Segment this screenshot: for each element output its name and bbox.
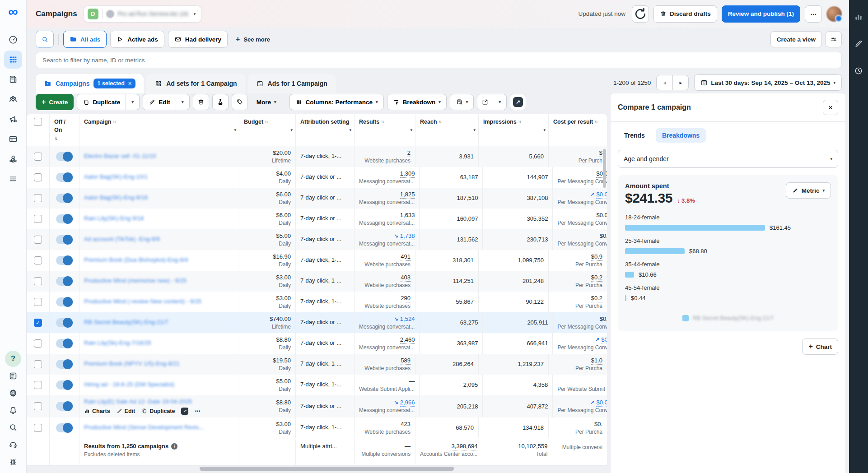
table-row[interactable]: Aator Bag(SK)-Eng-9/18 Charts Edit Dupli…	[27, 188, 607, 209]
campaign-name-link[interactable]: Productive Mind (memorise new) - 9/25	[84, 277, 233, 285]
cost-value[interactable]: $0.	[600, 315, 607, 323]
row-checkbox[interactable]	[34, 360, 42, 368]
bar[interactable]	[625, 295, 626, 301]
account-selector[interactable]: D Pro ad Run Service.biz (18... ▾	[84, 5, 202, 23]
results-value[interactable]: 1,309	[400, 170, 415, 178]
bar[interactable]	[625, 248, 685, 254]
campaign-toggle[interactable]	[56, 423, 73, 432]
row-edit-button[interactable]: Edit	[117, 408, 135, 414]
tab-ads[interactable]: Ads for 1 Campaign	[248, 74, 336, 93]
sidebar-item-overview[interactable]	[4, 31, 22, 49]
row-more-button[interactable]: ⋯	[195, 408, 201, 414]
breakdown-select[interactable]: Age and gender ▾	[618, 150, 838, 168]
campaign-toggle[interactable]	[56, 173, 73, 182]
table-row[interactable]: Premium Book (Dua Bishoykoi)-Eng-8/4 Cha…	[27, 250, 607, 271]
breakdown-button[interactable]: Breakdown▾	[387, 94, 447, 110]
campaign-name-link[interactable]: Productive Mind (-review New content) - …	[84, 298, 233, 306]
cost-value[interactable]: $0.9	[591, 253, 602, 261]
notifications-icon[interactable]	[5, 402, 21, 418]
create-view-button[interactable]: Create a view	[770, 31, 822, 47]
table-row[interactable]: Electro Bazar sell -01-11/10 Charts Edit…	[27, 146, 607, 167]
row-open-insights-button[interactable]: ↗	[181, 408, 188, 415]
campaign-toggle[interactable]	[56, 256, 73, 265]
analyze-button[interactable]: ↗	[510, 94, 526, 110]
info-icon[interactable]: i	[171, 443, 177, 450]
filter-caret-icon[interactable]: ▾	[473, 128, 476, 132]
bug-icon[interactable]	[5, 454, 21, 470]
campaign-name-link[interactable]: Premium Book (NPYV 1/5)-Eng-8/21	[84, 360, 233, 368]
bar[interactable]	[625, 225, 765, 231]
cost-value[interactable]: $0.2	[591, 274, 602, 282]
meta-logo[interactable]: ∞	[8, 5, 18, 18]
table-row[interactable]: Premium Book (NPYV 1/5)-Eng-8/21 Charts …	[27, 354, 607, 375]
duplicate-menu-button[interactable]: ▾	[126, 94, 140, 110]
campaign-toggle[interactable]	[56, 297, 73, 306]
campaign-toggle[interactable]	[56, 194, 73, 203]
results-value[interactable]: 1,738	[400, 232, 415, 240]
filter-active-ads[interactable]: Active ads	[110, 31, 164, 48]
tab-campaigns[interactable]: Campaigns 1 selected ✕	[36, 74, 144, 93]
table-row[interactable]: Productive Mind (Sense Development Revis…	[27, 417, 607, 438]
sidebar-item-campaigns[interactable]	[4, 51, 22, 69]
results-value[interactable]: 403	[401, 274, 411, 282]
table-row[interactable]: Rain Lily(Sk)-Eng-7/16/25 Charts Edit Du…	[27, 333, 607, 354]
campaign-name-link[interactable]: Premium Book (Dua Bishoykoi)-Eng-8/4	[84, 256, 233, 264]
edit-icon[interactable]	[851, 36, 866, 51]
results-value[interactable]: 491	[401, 253, 411, 261]
sidebar-item-events-manager[interactable]	[4, 150, 22, 168]
sort-icon[interactable]: ↑↓	[518, 119, 521, 125]
sidebar-item-all-tools[interactable]	[4, 170, 22, 188]
cost-value[interactable]: $0.0	[596, 212, 607, 219]
sidebar-item-ads-reporting[interactable]	[4, 70, 22, 88]
next-page-button[interactable]: ▸	[672, 75, 689, 90]
select-all-checkbox[interactable]	[34, 118, 42, 126]
selected-count-badge[interactable]: 1 selected ✕	[93, 79, 135, 88]
filter-caret-icon[interactable]: ▾	[234, 128, 236, 132]
metric-select-button[interactable]: Metric ▾	[786, 182, 831, 199]
table-row[interactable]: Rain Lily(SK)-Eng 9/18 Charts Edit Dupli…	[27, 209, 607, 229]
campaign-name-link[interactable]: Rain Lily(E) Sale Ad 12- Date 19-04-2025	[84, 398, 233, 406]
campaign-name-link[interactable]: Aator Bag(SK)-Eng-10/1	[84, 173, 233, 181]
tag-button[interactable]	[232, 94, 248, 110]
campaign-toggle[interactable]	[56, 277, 73, 286]
results-value[interactable]: —	[409, 378, 415, 385]
settings-icon[interactable]	[5, 385, 21, 401]
add-chart-button[interactable]: + Chart	[802, 339, 838, 355]
row-checkbox[interactable]	[34, 298, 42, 306]
campaign-name-link[interactable]: RB Secret Beauty(SK)-Eng-21/7	[84, 319, 233, 326]
edit-button[interactable]: Edit	[143, 94, 176, 110]
sort-icon[interactable]: ↑↓	[265, 119, 267, 125]
vertical-scrollbar[interactable]	[603, 149, 606, 188]
table-row[interactable]: Productive Mind (-review New content) - …	[27, 292, 607, 312]
sidebar-item-audiences[interactable]	[4, 90, 22, 108]
campaign-toggle[interactable]	[56, 339, 73, 348]
reports-button[interactable]: ▾	[450, 94, 474, 110]
cost-value[interactable]: $0.	[594, 421, 602, 428]
prev-page-button[interactable]: ◂	[656, 75, 672, 90]
campaign-name-link[interactable]: Productive Mind (Sense Development Revis…	[84, 424, 233, 431]
refresh-button[interactable]	[632, 5, 649, 23]
row-checkbox[interactable]	[34, 173, 42, 181]
discard-drafts-button[interactable]: Discard drafts	[653, 5, 717, 23]
clear-selection-icon[interactable]: ✕	[128, 81, 132, 87]
cost-value[interactable]: $0.0	[596, 399, 607, 407]
row-checkbox[interactable]: ✓	[34, 319, 42, 327]
row-checkbox[interactable]	[34, 215, 42, 223]
table-row[interactable]: Aator Bag(SK)-Eng-10/1 Charts Edit Dupli…	[27, 167, 607, 188]
filter-caret-icon[interactable]: ▾	[543, 128, 546, 132]
campaign-name-link[interactable]: Rain Lily(SK)-Eng 9/18	[84, 215, 233, 223]
row-checkbox[interactable]	[34, 256, 42, 264]
tab-breakdowns[interactable]: Breakdowns	[656, 128, 706, 143]
sort-icon[interactable]: ↑↓	[54, 135, 57, 142]
see-more-button[interactable]: + See more	[231, 35, 275, 43]
sort-icon[interactable]: ↑↓	[594, 119, 597, 125]
campaign-name-link[interactable]: Aator Bag(SK)-Eng-9/18	[84, 194, 233, 202]
history-icon[interactable]	[851, 63, 866, 79]
row-checkbox[interactable]	[34, 194, 42, 202]
table-row[interactable]: Ad account (TikTok) -Eng-9/9 Charts Edit…	[27, 229, 607, 250]
results-value[interactable]: 1,825	[400, 191, 415, 199]
more-options-button[interactable]: ⋯	[805, 5, 822, 23]
export-button[interactable]	[477, 94, 493, 110]
campaign-name-link[interactable]: Rain Lily(Sk)-Eng-7/16/25	[84, 339, 233, 347]
close-panel-button[interactable]: ✕	[823, 100, 838, 115]
